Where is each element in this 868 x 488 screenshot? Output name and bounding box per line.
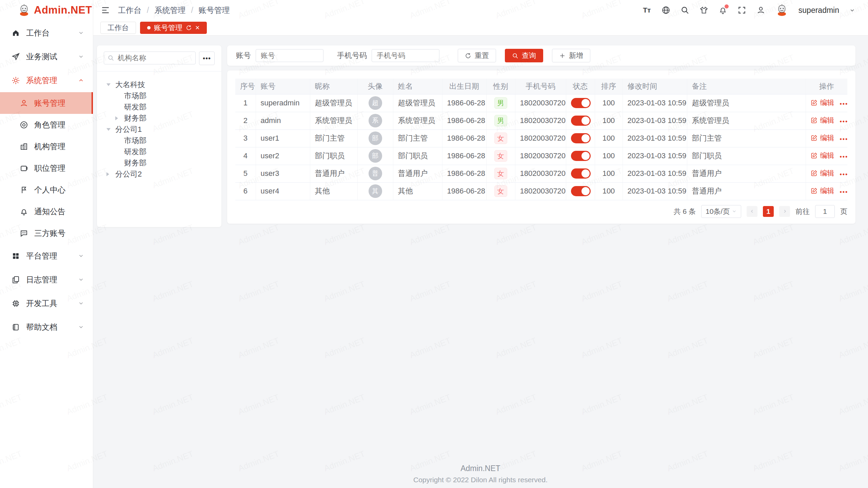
tree-node[interactable]: 财务部 <box>104 157 215 168</box>
edit-button[interactable]: 编辑 <box>811 168 834 178</box>
edit-button[interactable]: 编辑 <box>811 186 834 196</box>
next-page-button[interactable] <box>779 206 790 217</box>
notification-icon[interactable] <box>718 6 727 15</box>
fullscreen-icon[interactable] <box>737 6 746 15</box>
tab-active[interactable]: 账号管理× <box>140 22 207 34</box>
tree-node[interactable]: 研发部 <box>104 101 215 113</box>
tree-node[interactable]: 大名科技 <box>104 79 215 90</box>
column-header: 头像 <box>357 79 393 94</box>
cell-remark: 部门职员 <box>687 147 806 165</box>
avatar: 部 <box>369 131 382 145</box>
tab-close-icon[interactable]: × <box>195 24 200 32</box>
row-more-button[interactable]: ••• <box>840 136 848 143</box>
tree-more-options-button[interactable]: ••• <box>199 52 215 65</box>
status-toggle[interactable] <box>571 98 591 108</box>
sidebar-subitem[interactable]: 个人中心 <box>0 179 93 201</box>
add-button[interactable]: 新增 <box>552 49 590 62</box>
sidebar-item-label: 系统管理 <box>26 75 57 86</box>
edit-button[interactable]: 编辑 <box>811 133 834 143</box>
status-toggle[interactable] <box>571 133 591 143</box>
menu-fold-icon[interactable] <box>101 6 110 15</box>
row-more-button[interactable]: ••• <box>840 118 848 125</box>
breadcrumb-separator: / <box>147 6 149 15</box>
page-number-button[interactable]: 1 <box>763 206 774 217</box>
tree-node[interactable]: 分公司1 <box>104 124 215 135</box>
cell-actions: 编辑••• <box>806 129 847 147</box>
tree-caret-down[interactable] <box>106 127 115 131</box>
tree-caret-down[interactable] <box>106 83 115 87</box>
goto-page-input[interactable] <box>815 205 835 218</box>
sidebar-item[interactable]: 帮助文档 <box>0 315 93 339</box>
sidebar-item[interactable]: 日志管理 <box>0 268 93 291</box>
sidebar-item[interactable]: 系统管理 <box>0 68 93 92</box>
edit-button[interactable]: 编辑 <box>811 151 834 160</box>
cell-seq: 6 <box>235 182 256 200</box>
org-search-input[interactable] <box>104 52 196 64</box>
edit-button[interactable]: 编辑 <box>811 116 834 125</box>
chevron-down-icon <box>849 7 855 13</box>
tree-node[interactable]: 市场部 <box>104 90 215 101</box>
cell-birth-date: 1986-06-28 <box>442 112 486 129</box>
row-more-button[interactable]: ••• <box>840 101 848 107</box>
sidebar-item[interactable]: 平台管理 <box>0 244 93 268</box>
sidebar-item-label: 开发工具 <box>26 298 57 309</box>
edit-button[interactable]: 编辑 <box>811 98 834 107</box>
prev-page-button[interactable] <box>747 206 757 217</box>
tree-node[interactable]: 市场部 <box>104 135 215 146</box>
logo[interactable]: Admin.NET <box>0 0 93 20</box>
sidebar-item[interactable]: 开发工具 <box>0 291 93 315</box>
sidebar-subitem[interactable]: 职位管理 <box>0 157 93 179</box>
sidebar-subitem[interactable]: 通知公告 <box>0 201 93 222</box>
account-filter-input[interactable] <box>256 49 323 62</box>
chevron-down-icon <box>78 30 84 36</box>
position-icon <box>20 164 28 172</box>
breadcrumb-item[interactable]: 系统管理 <box>154 5 185 16</box>
tree-caret-none <box>115 161 124 165</box>
username[interactable]: superadmin <box>798 6 839 15</box>
tree-node[interactable]: 研发部 <box>104 146 215 157</box>
tab-refresh-icon[interactable] <box>186 25 192 31</box>
org-tree-panel: ••• 大名科技市场部研发部财务部分公司1市场部研发部财务部分公司2 <box>97 45 221 227</box>
sidebar: Admin.NET 工作台业务测试系统管理账号管理角色管理机构管理职位管理个人中… <box>0 0 93 488</box>
status-toggle[interactable] <box>571 186 591 196</box>
tab-label: 账号管理 <box>154 23 182 33</box>
table-row: 4user2部门职员部部门职员1986-06-28女18020030720100… <box>235 147 847 165</box>
tree-node-label: 研发部 <box>124 102 146 112</box>
theme-icon[interactable] <box>699 6 708 15</box>
search-button[interactable]: 查询 <box>505 49 543 62</box>
tree-caret-right[interactable] <box>115 116 124 120</box>
cell-gender: 女 <box>486 147 515 165</box>
edit-icon <box>811 152 817 159</box>
user-icon[interactable] <box>756 6 765 15</box>
breadcrumb-item: 账号管理 <box>199 5 230 16</box>
sidebar-item[interactable]: 工作台 <box>0 21 93 45</box>
tree-node[interactable]: 分公司2 <box>104 168 215 180</box>
tree-caret-right[interactable] <box>106 172 115 176</box>
search-icon[interactable] <box>680 6 689 15</box>
cell-gender: 女 <box>486 129 515 147</box>
tab-item[interactable]: 工作台 <box>100 22 136 34</box>
reset-button[interactable]: 重置 <box>458 49 496 62</box>
font-size-icon[interactable]: Tт <box>643 6 651 15</box>
phone-filter-input[interactable] <box>372 49 439 62</box>
breadcrumb-item[interactable]: 工作台 <box>118 5 141 16</box>
tree-node[interactable]: 财务部 <box>104 113 215 124</box>
status-toggle[interactable] <box>571 151 591 161</box>
row-more-button[interactable]: ••• <box>840 189 848 196</box>
sidebar-subitem[interactable]: 账号管理 <box>0 92 93 114</box>
sidebar-subitem[interactable]: 机构管理 <box>0 136 93 157</box>
cell-avatar: 其 <box>357 182 393 200</box>
user-avatar[interactable] <box>775 4 788 17</box>
sidebar-subitem[interactable]: 三方账号 <box>0 222 93 244</box>
sidebar-item[interactable]: 业务测试 <box>0 45 93 68</box>
row-more-button[interactable]: ••• <box>840 154 848 160</box>
status-toggle[interactable] <box>571 168 591 179</box>
edit-icon <box>811 170 817 177</box>
language-icon[interactable] <box>662 6 670 15</box>
tab-active-dot <box>147 26 151 29</box>
status-toggle[interactable] <box>571 116 591 126</box>
page-size-select[interactable]: 10条/页 <box>701 205 741 218</box>
row-more-button[interactable]: ••• <box>840 171 848 178</box>
cell-phone: 18020030720 <box>515 182 566 200</box>
sidebar-subitem[interactable]: 角色管理 <box>0 114 93 136</box>
